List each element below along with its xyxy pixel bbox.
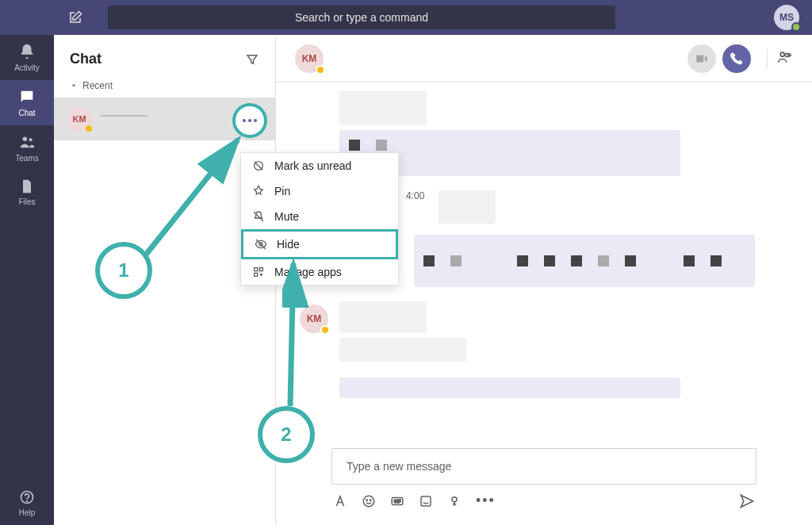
svg-rect-7 <box>259 268 262 271</box>
unread-icon <box>252 159 265 172</box>
svg-rect-16 <box>421 496 431 506</box>
rail-label: Files <box>18 197 35 206</box>
message-placeholder <box>339 338 466 362</box>
rail-help[interactable]: Help <box>0 481 54 525</box>
rail-label: Help <box>19 508 36 517</box>
svg-point-12 <box>366 499 368 500</box>
more-icon <box>243 119 257 122</box>
svg-text:GIF: GIF <box>394 499 401 504</box>
mute-icon <box>252 210 265 223</box>
message-block: KM <box>300 301 756 406</box>
panel-title: Chat <box>70 51 102 67</box>
filter-icon[interactable] <box>245 52 259 67</box>
conversation-avatar[interactable]: KM <box>295 44 324 73</box>
gif-icon[interactable]: GIF <box>390 494 404 508</box>
compose-area: Type a new message GIF ••• <box>276 448 812 525</box>
contact-initials: KM <box>302 53 317 64</box>
contact-avatar: KM <box>67 106 92 132</box>
presence-away-icon <box>316 65 325 75</box>
rail-label: Chat <box>18 109 35 117</box>
compose-placeholder-text: Type a new message <box>347 460 451 473</box>
svg-point-1 <box>29 138 32 141</box>
pin-icon <box>252 185 265 197</box>
ctx-label: Mute <box>274 210 299 223</box>
rail-chat[interactable]: Chat <box>0 80 54 125</box>
message-placeholder <box>439 190 496 224</box>
audio-call-button[interactable] <box>722 44 751 73</box>
recent-label: Recent <box>82 80 113 91</box>
apps-icon <box>252 266 265 278</box>
files-icon <box>19 178 35 194</box>
svg-point-0 <box>23 137 28 142</box>
message-placeholder <box>339 90 427 125</box>
svg-point-17 <box>452 496 457 501</box>
presence-available-icon <box>791 22 801 32</box>
ctx-label: Manage apps <box>274 266 342 278</box>
rail-activity[interactable]: Activity <box>0 35 54 80</box>
ctx-mark-unread[interactable]: Mark as unread <box>241 153 398 178</box>
me-initials: MS <box>779 12 794 23</box>
bell-icon <box>18 43 36 60</box>
svg-point-3 <box>27 501 28 502</box>
ctx-label: Mark as unread <box>274 159 351 172</box>
me-avatar[interactable]: MS <box>774 5 799 30</box>
chevron-down-icon <box>70 82 78 90</box>
app-rail: Activity Chat Teams Files Help <box>0 35 54 525</box>
new-chat-icon[interactable] <box>68 10 82 25</box>
conversation-header: KM <box>276 35 812 82</box>
svg-rect-8 <box>255 273 258 276</box>
send-button[interactable] <box>739 493 755 509</box>
hide-icon <box>255 238 267 251</box>
svg-point-13 <box>370 499 372 500</box>
add-people-button[interactable] <box>767 49 793 68</box>
rail-label: Teams <box>15 154 38 163</box>
presence-away-icon <box>320 325 330 335</box>
chat-more-button[interactable] <box>232 103 267 138</box>
help-icon <box>19 489 35 505</box>
emoji-icon[interactable] <box>362 494 376 508</box>
ctx-manage-apps[interactable]: Manage apps <box>241 259 398 285</box>
ctx-hide[interactable]: Hide <box>241 229 398 259</box>
teams-icon <box>18 133 36 151</box>
svg-rect-6 <box>255 268 258 271</box>
message-placeholder <box>339 301 427 333</box>
ctx-label: Pin <box>274 185 290 197</box>
timestamp-label: 4:00 <box>406 190 424 201</box>
compose-more-icon[interactable]: ••• <box>476 492 496 509</box>
compose-toolbar: GIF ••• <box>331 485 756 517</box>
rail-teams[interactable]: Teams <box>0 125 54 171</box>
search-input[interactable] <box>108 6 615 29</box>
contact-initials: KM <box>307 313 322 324</box>
ctx-pin[interactable]: Pin <box>241 178 398 204</box>
chat-list-item[interactable]: KM <box>54 98 275 140</box>
ctx-mute[interactable]: Mute <box>241 204 398 229</box>
top-bar: MS <box>0 0 812 35</box>
phone-icon <box>730 52 744 66</box>
format-icon[interactable] <box>333 494 347 508</box>
chat-context-menu: Mark as unread Pin Mute Hide Manage apps <box>240 152 399 285</box>
message-avatar: KM <box>300 305 328 333</box>
ctx-label: Hide <box>277 238 300 251</box>
search-bar[interactable] <box>108 6 615 29</box>
contact-name-placeholder <box>100 115 147 117</box>
recent-header[interactable]: Recent <box>54 74 275 98</box>
svg-point-11 <box>363 496 374 507</box>
video-call-button[interactable] <box>688 44 716 73</box>
message-bubble <box>339 377 680 398</box>
compose-input[interactable]: Type a new message <box>331 448 756 485</box>
sticker-icon[interactable] <box>419 494 433 508</box>
video-icon <box>695 52 709 66</box>
message-bubble <box>414 235 755 287</box>
chat-icon <box>18 88 36 105</box>
contact-initials: KM <box>72 114 86 124</box>
praise-icon[interactable] <box>447 494 462 508</box>
presence-away-icon <box>84 124 94 133</box>
rail-files[interactable]: Files <box>0 171 54 214</box>
rail-label: Activity <box>14 63 40 72</box>
add-people-icon <box>777 49 793 65</box>
svg-point-9 <box>780 52 784 56</box>
